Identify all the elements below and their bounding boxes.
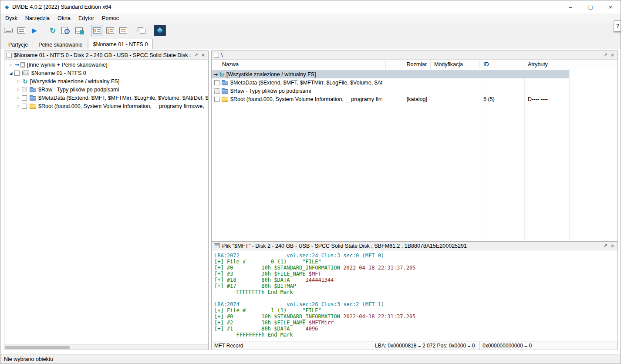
- tab-pe-ne-skanowanie[interactable]: Pełne skanowanie: [33, 40, 88, 49]
- column-header-nazwa[interactable]: Nazwa: [212, 60, 386, 69]
- hex-text-segment: [+] #0 10h $STANDARD_INFORMATION: [214, 265, 343, 271]
- virtual-fs-icon: ↻: [23, 78, 28, 84]
- tab-noname-01-ntfs-0[interactable]: $Noname 01 - NTFS 0: [88, 39, 153, 49]
- open-editor-button[interactable]: [73, 25, 85, 36]
- hex-status-cell-0: MFT Record: [212, 341, 372, 350]
- hex-line: LBA:2072 vol.sec:24 Clus:3 sec:0 (MFT 0): [214, 253, 618, 259]
- column-header-filler: [569, 60, 618, 69]
- hex-panel-title: Plik "$MFT" - Disk 2 - 240 GB - USB - SP…: [222, 243, 601, 249]
- file-view-icon: [214, 243, 220, 248]
- dmde-home-button[interactable]: [154, 25, 166, 36]
- expand-panel-icon[interactable]: ↗: [604, 243, 608, 249]
- checkbox[interactable]: [214, 88, 219, 94]
- close-panel-icon[interactable]: ×: [611, 243, 614, 249]
- hex-text-segment: [+] #2 30h $FILE_NAME: [214, 320, 309, 326]
- checkbox[interactable]: [22, 104, 27, 109]
- expander-icon[interactable]: ▷: [15, 96, 21, 100]
- tree-item[interactable]: ▷$Root (found.000, System Volume Informa…: [4, 102, 208, 110]
- hex-viewer-panel: Plik "$MFT" - Disk 2 - 240 GB - USB - SP…: [211, 241, 618, 350]
- toolbar-separator: [148, 25, 153, 36]
- file-row[interactable]: $Root (found.000, System Volume Informat…: [212, 95, 618, 103]
- menu-item-pomoc[interactable]: Pomoc: [98, 14, 123, 23]
- close-panel-icon[interactable]: ×: [201, 52, 205, 58]
- toolbar-separator: [86, 25, 90, 36]
- view-tree-button[interactable]: [91, 25, 103, 36]
- hex-line: LBA:2074 vol.sec:26 Clus:3 sec:2 (MFT 1): [214, 301, 618, 307]
- checkbox[interactable]: [22, 87, 27, 92]
- file-size-cell: [386, 70, 431, 78]
- help-flyout[interactable]: ?: [614, 20, 621, 32]
- expander-icon[interactable]: ▷: [15, 104, 21, 108]
- checkbox[interactable]: [22, 95, 27, 101]
- tree-item[interactable]: ▷↻[Wszystkie znalezione / wirtualny FS]: [4, 77, 208, 85]
- menu-item-edytor[interactable]: Edytor: [74, 14, 98, 23]
- expander-icon[interactable]: ▷: [15, 79, 21, 83]
- apply-icon: ▶: [32, 27, 37, 34]
- menu-item-dysk[interactable]: Dysk: [1, 14, 21, 23]
- tree-hscrollbar[interactable]: [4, 344, 208, 350]
- column-header-rozmiar[interactable]: Rozmiar: [386, 60, 431, 69]
- current-row-marker-icon: →: [213, 72, 218, 77]
- tree-item[interactable]: ◢$Noname 01 - NTFS 0: [4, 69, 208, 77]
- tree-item[interactable]: ▷$MetaData ($Extend, $MFT, $MFTMirr, $Lo…: [4, 94, 208, 102]
- hex-line: [+] #0 10h $STANDARD_INFORMATION 2022-04…: [214, 313, 618, 320]
- tab-partycje[interactable]: Partycje: [3, 40, 33, 49]
- tree-item-label: $Raw - Typy plików po podpisami: [38, 87, 119, 93]
- hex-text-segment: LBA:2072 vol.sec:24 Clus:3 sec:0 (MFT 0): [214, 253, 384, 259]
- file-list-body: →↻[Wszystkie znalezione / wirtualny FS]$…: [212, 69, 618, 241]
- window-layout-button[interactable]: [135, 25, 148, 36]
- tree-item-label: $Noname 01 - NTFS 0: [31, 70, 86, 76]
- mft-record-view[interactable]: LBA:2072 vol.sec:24 Clus:3 sec:0 (MFT 0)…: [212, 250, 618, 341]
- checkbox[interactable]: [214, 80, 219, 85]
- maximize-button[interactable]: □: [580, 0, 601, 13]
- status-bar: Nie wybrano obiektu: [0, 354, 621, 364]
- hex-text-segment: [+] #1 80h $DATA: [214, 326, 306, 332]
- hex-text-segment: LBA:2074 vol.sec:26 Clus:3 sec:2 (MFT 1): [214, 301, 384, 307]
- file-panel-header: \ ↗ ×: [212, 51, 618, 60]
- file-name-cell: $Raw - Typy plików po podpisami: [212, 87, 386, 95]
- checkbox[interactable]: [214, 97, 219, 102]
- title-bar: ◆ DMDE 4.0.2 (2022) Standard Edition x64…: [0, 0, 621, 13]
- hex-status-cell-2: 0x000000000000 = 0: [480, 341, 618, 350]
- file-row[interactable]: $MetaData ($Extend, $MFT, $MFTMirr, $Log…: [212, 78, 618, 87]
- tree-item[interactable]: ▷→[Inne wyniki + Pełne skanowanie]: [4, 61, 208, 69]
- app-logo-icon: ◆: [5, 4, 9, 10]
- close-button[interactable]: ×: [601, 0, 621, 13]
- close-panel-icon[interactable]: ×: [611, 52, 614, 58]
- partition-list-button[interactable]: [15, 25, 27, 36]
- apply-button[interactable]: ▶: [28, 25, 40, 36]
- view-table-button[interactable]: [117, 25, 129, 36]
- column-header-id[interactable]: ID: [480, 60, 524, 69]
- file-row[interactable]: →↻[Wszystkie znalezione / wirtualny FS]: [212, 70, 618, 78]
- expand-panel-icon[interactable]: ↗: [194, 52, 198, 58]
- file-row[interactable]: $Raw - Typy plików po podpisami: [212, 87, 618, 95]
- file-attrs-cell: D---- ----: [524, 95, 569, 103]
- file-panel-checkbox[interactable]: [214, 53, 219, 58]
- menu-item-okna[interactable]: Okna: [54, 14, 74, 23]
- file-panel-title: \: [221, 52, 601, 58]
- tree-panel-checkbox[interactable]: [7, 53, 12, 58]
- expand-panel-icon[interactable]: ↗: [604, 52, 608, 58]
- column-header-atrybuty[interactable]: Atrybuty: [524, 60, 569, 69]
- menu-item-narz-dzia[interactable]: Narzędzia: [21, 14, 54, 23]
- scrollbar-thumb[interactable]: [5, 346, 70, 349]
- minimize-button[interactable]: –: [560, 0, 580, 13]
- column-header-modyfikacja[interactable]: Modyfikacja: [431, 60, 480, 69]
- toolbar: ▶↻: [0, 23, 621, 38]
- search-button[interactable]: [60, 25, 72, 36]
- refresh-button[interactable]: ↻: [47, 25, 59, 36]
- checkbox[interactable]: [14, 71, 20, 76]
- view-list-button[interactable]: [104, 25, 116, 36]
- hex-text-segment: 2022-04-18 22:31:37.205: [343, 265, 415, 271]
- expander-icon[interactable]: ◢: [8, 71, 14, 75]
- hex-text-segment: 144441344: [306, 277, 334, 283]
- hex-text-segment: 4096: [306, 326, 318, 332]
- expander-icon[interactable]: ▷: [15, 88, 21, 91]
- file-modified-cell: [431, 70, 480, 78]
- folder-tree: ▷→[Inne wyniki + Pełne skanowanie]◢$Nona…: [4, 60, 208, 344]
- tree-item[interactable]: ▷$Raw - Typy plików po podpisami: [4, 85, 208, 94]
- expander-icon[interactable]: ▷: [8, 63, 14, 67]
- main-content: $Noname 01 - NTFS 0 - Disk 2 - 240 GB - …: [0, 49, 621, 354]
- select-disk-button[interactable]: [2, 25, 14, 36]
- folder-yellow-icon: [222, 98, 228, 102]
